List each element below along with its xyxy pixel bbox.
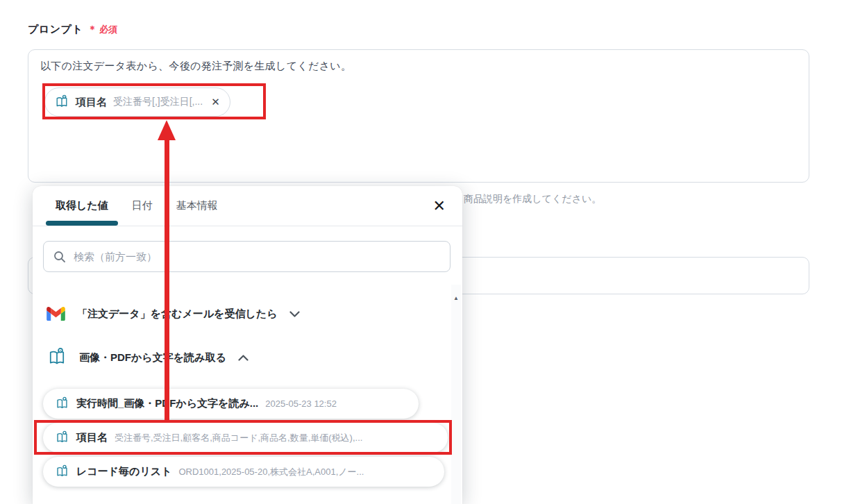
tab-retrieved-values-label: 取得した値 bbox=[56, 199, 108, 212]
list-item-exec-time[interactable]: 実行時間_画像・PDFから文字を読み... 2025-05-23 12:52 bbox=[43, 389, 419, 419]
tab-basic-info-label: 基本情報 bbox=[176, 199, 218, 212]
list-item-title: 項目名 bbox=[76, 431, 108, 444]
ocr-book-icon bbox=[55, 430, 69, 445]
list-item-title: 実行時間_画像・PDFから文字を読み... bbox=[76, 397, 258, 410]
prompt-field-label: プロンプト ＊ 必須 bbox=[28, 23, 117, 36]
gmail-icon bbox=[47, 307, 65, 321]
scroll-up-icon[interactable]: ▲ bbox=[453, 295, 459, 301]
tab-retrieved-values[interactable]: 取得した値 bbox=[44, 186, 120, 226]
chip-value: 受注番号[,]受注日[,... bbox=[113, 96, 203, 108]
chevron-down-icon bbox=[289, 311, 300, 317]
required-asterisk-icon: ＊ bbox=[87, 24, 97, 36]
group-row-ocr[interactable]: 画像・PDFから文字を読み取る bbox=[47, 346, 249, 369]
list-item-value: ORD1001,2025-05-20,株式会社A,A001,ノー... bbox=[178, 466, 364, 478]
chevron-up-icon bbox=[238, 355, 249, 361]
required-badge: ＊ 必須 bbox=[87, 24, 117, 36]
group-ocr-label: 画像・PDFから文字を読み取る bbox=[79, 351, 226, 364]
popup-scrollbar[interactable]: ▲ bbox=[451, 285, 461, 504]
list-item-value: 2025-05-23 12:52 bbox=[265, 398, 337, 409]
group-row-gmail[interactable]: 「注文データ」を含むメールを受信したら bbox=[47, 303, 300, 324]
group-gmail-label: 「注文データ」を含むメールを受信したら bbox=[77, 308, 278, 321]
list-item-record-list[interactable]: レコード毎のリスト ORD1001,2025-05-20,株式会社A,A001,… bbox=[43, 457, 444, 487]
popup-tabbar: 取得した値 日付 基本情報 ✕ bbox=[33, 186, 462, 226]
page: プロンプト ＊ 必須 以下の注文データ表から、今後の発注予測を生成してください。… bbox=[0, 0, 842, 504]
helper-text: 商品説明を作成してください。 bbox=[464, 193, 601, 205]
ocr-book-icon bbox=[47, 347, 67, 368]
list-item-title: レコード毎のリスト bbox=[76, 465, 171, 478]
chip-remove-button[interactable]: ✕ bbox=[211, 96, 220, 108]
search-input[interactable] bbox=[72, 250, 440, 263]
tab-basic-info[interactable]: 基本情報 bbox=[165, 186, 230, 226]
search-box[interactable] bbox=[43, 241, 451, 272]
list-item-field-names[interactable]: 項目名 受注番号,受注日,顧客名,商品コード,商品名,数量,単価(税込),... bbox=[43, 423, 448, 453]
popup-close-button[interactable]: ✕ bbox=[432, 197, 447, 215]
variable-chip[interactable]: 項目名 受注番号[,]受注日[,... ✕ bbox=[44, 87, 230, 117]
variable-picker-popup: 取得した値 日付 基本情報 ✕ ▲ bbox=[33, 186, 462, 504]
prompt-text-line: 以下の注文データ表から、今後の発注予測を生成してください。 bbox=[40, 60, 351, 73]
chip-title: 項目名 bbox=[76, 96, 107, 109]
ocr-book-icon bbox=[55, 396, 69, 411]
ocr-book-icon bbox=[55, 464, 69, 479]
search-icon bbox=[53, 251, 66, 263]
tab-date-label: 日付 bbox=[132, 199, 153, 212]
tab-date[interactable]: 日付 bbox=[120, 186, 165, 226]
list-item-value: 受注番号,受注日,顧客名,商品コード,商品名,数量,単価(税込),... bbox=[115, 432, 362, 444]
required-label: 必須 bbox=[99, 24, 117, 36]
prompt-label-text: プロンプト bbox=[28, 23, 83, 36]
ocr-book-icon bbox=[54, 94, 69, 110]
